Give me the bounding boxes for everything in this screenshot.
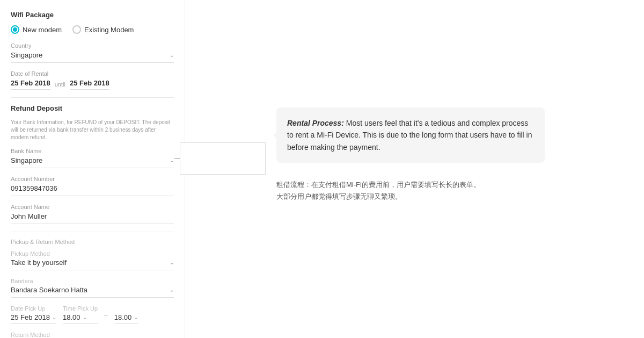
time-pick-up-label: Time Pick Up bbox=[63, 305, 98, 312]
time-dash-separator: – bbox=[104, 311, 108, 319]
account-number-field-group: Account Number 091359847036 bbox=[11, 176, 174, 196]
bandara-label: Bandara bbox=[11, 278, 174, 284]
new-modem-option[interactable]: New modem bbox=[11, 25, 62, 34]
account-name-input[interactable]: John Muller bbox=[11, 212, 174, 224]
return-method-field-group: Return Method Take it by yourself ⌄ bbox=[11, 332, 174, 338]
account-name-field-group: Account Name John Muller bbox=[11, 204, 174, 224]
date-pick-up-label: Date Pick Up bbox=[11, 305, 56, 312]
overlay-rectangle bbox=[180, 142, 266, 175]
date-pickup-group: Date Pick Up 25 Feb 2018 ⌄ bbox=[11, 305, 56, 324]
time-pickup-chevron-icon: ⌄ bbox=[83, 314, 87, 320]
wifi-package-title: Wifi Package bbox=[11, 11, 174, 19]
country-label: Country bbox=[11, 42, 174, 49]
new-modem-radio[interactable] bbox=[11, 25, 19, 34]
date-rental-row: 25 Feb 2018 until 25 Feb 2018 bbox=[11, 79, 174, 90]
date-pick-up-value: 25 Feb 2018 bbox=[11, 313, 50, 321]
pickup-method-label: Pickup Method bbox=[11, 250, 174, 257]
modem-radio-group: New modem Existing Modem bbox=[11, 25, 174, 34]
divider-1 bbox=[11, 97, 174, 98]
until-text: until bbox=[55, 81, 65, 88]
chinese-line1: 租借流程：在支付租借Mi-Fi的费用前，用户需要填写长长的表单。 bbox=[276, 179, 623, 191]
country-chevron-icon: ⌄ bbox=[170, 52, 174, 58]
pickup-method-field-group: Pickup Method Take it by yourself ⌄ bbox=[11, 250, 174, 270]
date-pickup-chevron-icon: ⌄ bbox=[52, 314, 56, 320]
date-rental-label: Date of Rental bbox=[11, 70, 174, 77]
speech-bubble: Rental Process: Most users feel that it'… bbox=[276, 107, 545, 163]
account-name-value: John Muller bbox=[11, 212, 47, 220]
account-number-label: Account Number bbox=[11, 176, 174, 182]
time-pick-up-end-value: 18.00 bbox=[114, 313, 132, 321]
time-end-chevron-icon: ⌄ bbox=[134, 314, 138, 320]
bandara-chevron-icon: ⌄ bbox=[170, 287, 174, 293]
time-pickup-end-group: 18.00 ⌄ bbox=[114, 306, 138, 324]
pickup-return-title: Pickup & Return Method bbox=[11, 232, 174, 245]
country-field-group: Country Singapore ⌄ bbox=[11, 42, 174, 63]
bank-name-chevron-icon: ⌄ bbox=[170, 157, 174, 163]
pickup-method-value: Take it by yourself bbox=[11, 258, 67, 267]
bubble-text: Rental Process: Most users feel that it'… bbox=[287, 119, 532, 152]
time-pickup-group: Time Pick Up 18.00 ⌄ bbox=[63, 305, 98, 324]
account-name-label: Account Name bbox=[11, 204, 174, 210]
date-time-pickup-row: Date Pick Up 25 Feb 2018 ⌄ Time Pick Up … bbox=[11, 305, 174, 324]
pickup-method-select[interactable]: Take it by yourself ⌄ bbox=[11, 258, 174, 270]
time-pick-up-value: 18.00 bbox=[63, 313, 80, 321]
bandara-select[interactable]: Bandara Soekarno Hatta ⌄ bbox=[11, 286, 174, 298]
date-rental-field-group: Date of Rental 25 Feb 2018 until 25 Feb … bbox=[11, 70, 174, 90]
time-pick-up-end-select[interactable]: 18.00 ⌄ bbox=[114, 313, 138, 324]
bank-name-value: Singapore bbox=[11, 156, 42, 164]
date-to-value[interactable]: 25 Feb 2018 bbox=[70, 79, 109, 90]
date-time-pickup-field-group: Date Pick Up 25 Feb 2018 ⌄ Time Pick Up … bbox=[11, 305, 174, 324]
pickup-method-chevron-icon: ⌄ bbox=[170, 260, 174, 265]
chinese-line2: 大部分用户都觉得填写步骤无聊又繁琐。 bbox=[276, 191, 623, 203]
existing-modem-label: Existing Modem bbox=[84, 26, 134, 34]
form-panel: Wifi Package New modem Existing Modem Co… bbox=[0, 0, 185, 338]
refund-note: Your Bank Information, for REFUND of you… bbox=[11, 119, 174, 141]
date-from-value[interactable]: 25 Feb 2018 bbox=[11, 79, 50, 90]
return-method-label: Return Method bbox=[11, 332, 174, 338]
new-modem-label: New modem bbox=[23, 26, 62, 34]
country-value: Singapore bbox=[11, 51, 42, 59]
bank-name-select[interactable]: Singapore ⌄ bbox=[11, 156, 174, 168]
existing-modem-radio[interactable] bbox=[72, 25, 81, 34]
bank-name-field-group: Bank Name Singapore ⌄ bbox=[11, 148, 174, 168]
account-number-value: 091359847036 bbox=[11, 184, 57, 192]
bandara-field-group: Bandara Bandara Soekarno Hatta ⌄ bbox=[11, 278, 174, 298]
bank-name-label: Bank Name bbox=[11, 148, 174, 154]
country-select[interactable]: Singapore ⌄ bbox=[11, 51, 174, 63]
bubble-bold-text: Rental Process: bbox=[287, 119, 344, 127]
date-pick-up-select[interactable]: 25 Feb 2018 ⌄ bbox=[11, 313, 56, 324]
bandara-value: Bandara Soekarno Hatta bbox=[11, 286, 87, 294]
refund-deposit-title: Refund Deposit bbox=[11, 104, 174, 112]
main-container: Wifi Package New modem Existing Modem Co… bbox=[0, 0, 644, 338]
existing-modem-option[interactable]: Existing Modem bbox=[72, 25, 134, 34]
chinese-annotation: 租借流程：在支付租借Mi-Fi的费用前，用户需要填写长长的表单。 大部分用户都觉… bbox=[276, 179, 623, 203]
account-number-input[interactable]: 091359847036 bbox=[11, 184, 174, 196]
time-pick-up-select[interactable]: 18.00 ⌄ bbox=[63, 313, 98, 324]
